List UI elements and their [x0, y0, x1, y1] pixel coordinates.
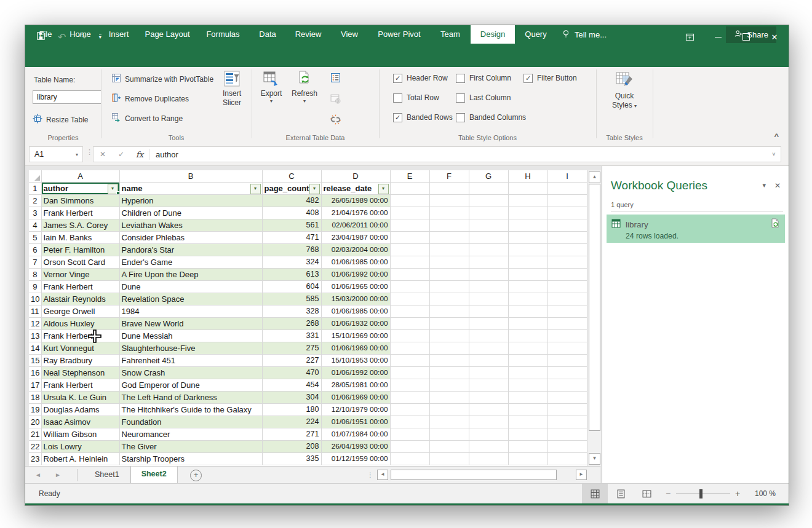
column-header-a[interactable]: A	[41, 170, 119, 183]
cell[interactable]: 471	[262, 232, 321, 244]
column-header-f[interactable]: F	[429, 170, 469, 183]
empty-cell[interactable]	[429, 244, 469, 256]
empty-cell[interactable]	[469, 195, 508, 207]
cell[interactable]: 768	[262, 244, 321, 256]
cell[interactable]: Isaac Asimov	[41, 416, 119, 428]
cell[interactable]: 331	[262, 330, 321, 342]
cell[interactable]: 561	[262, 219, 321, 232]
empty-cell[interactable]	[429, 392, 469, 404]
empty-cell[interactable]	[508, 195, 547, 207]
empty-cell[interactable]	[508, 428, 547, 441]
empty-cell[interactable]	[508, 183, 547, 195]
empty-cell[interactable]	[390, 428, 429, 441]
empty-cell[interactable]	[429, 355, 469, 367]
name-box[interactable]: A1 ▾	[29, 146, 83, 162]
filter-button-page_count[interactable]: ▾	[309, 184, 320, 194]
cell[interactable]: Pandora's Star	[119, 244, 262, 256]
empty-cell[interactable]	[547, 379, 587, 392]
empty-cell[interactable]	[429, 195, 469, 207]
empty-cell[interactable]	[547, 305, 587, 318]
first-column-checkbox[interactable]	[456, 74, 465, 83]
checkbox-banded-columns[interactable]: Banded Columns	[456, 111, 526, 124]
empty-cell[interactable]	[508, 207, 547, 219]
scroll-right-arrow[interactable]: ►	[576, 470, 587, 480]
empty-cell[interactable]	[429, 416, 469, 428]
cell[interactable]: 01/06/1992 00:00	[321, 269, 390, 281]
cell[interactable]: Children of Dune	[119, 207, 262, 219]
empty-cell[interactable]	[508, 256, 547, 269]
cell[interactable]: Foundation	[119, 416, 262, 428]
cell[interactable]: Frank Herbert	[41, 281, 119, 293]
cell[interactable]: 01/06/1985 00:00	[321, 305, 390, 318]
empty-cell[interactable]	[429, 293, 469, 305]
close-button[interactable]: ✕	[760, 25, 789, 49]
cell[interactable]: 12/10/1979 00:00	[321, 404, 390, 416]
vertical-scrollbar[interactable]: ▲ ▼	[587, 170, 601, 466]
empty-cell[interactable]	[429, 219, 469, 232]
cell[interactable]: Alastair Reynolds	[41, 293, 119, 305]
cell[interactable]: Orson Scott Card	[41, 256, 119, 269]
empty-cell[interactable]	[429, 269, 469, 281]
cell[interactable]: A Fire Upon the Deep	[119, 269, 262, 281]
banded-rows-checkbox[interactable]: ✓	[393, 113, 402, 122]
empty-cell[interactable]	[508, 293, 547, 305]
empty-cell[interactable]	[508, 219, 547, 232]
cell[interactable]: Consider Phlebas	[119, 232, 262, 244]
row-header-8[interactable]: 8	[29, 269, 41, 281]
banded-columns-checkbox[interactable]	[456, 113, 465, 122]
cell[interactable]: Aldous Huxley	[41, 318, 119, 330]
cell[interactable]: 482	[262, 195, 321, 207]
empty-cell[interactable]	[469, 441, 508, 453]
empty-cell[interactable]	[429, 441, 469, 453]
empty-cell[interactable]	[429, 207, 469, 219]
expand-formula-bar-icon[interactable]: ˅	[767, 151, 781, 157]
tab-team[interactable]: Team	[430, 25, 471, 44]
empty-cell[interactable]	[390, 404, 429, 416]
empty-cell[interactable]	[429, 367, 469, 379]
cell[interactable]: 15/10/1969 00:00	[321, 330, 390, 342]
cell[interactable]: 02/06/2011 00:00	[321, 219, 390, 232]
tab-data[interactable]: Data	[249, 25, 286, 44]
cell[interactable]: 180	[262, 404, 321, 416]
ribbon-display-options-button[interactable]	[675, 25, 704, 49]
query-list-item[interactable]: library 24 rows loaded.	[607, 215, 785, 243]
cell[interactable]: Ender's Game	[119, 256, 262, 269]
row-header-1[interactable]: 1	[29, 183, 41, 195]
total-row-checkbox[interactable]	[393, 93, 402, 103]
row-header-10[interactable]: 10	[29, 293, 41, 305]
empty-cell[interactable]	[508, 232, 547, 244]
row-header-18[interactable]: 18	[29, 392, 41, 404]
empty-cell[interactable]	[390, 342, 429, 355]
tab-file[interactable]: File	[30, 25, 61, 44]
cell[interactable]: 01/06/1932 00:00	[321, 318, 390, 330]
cell[interactable]: 227	[262, 355, 321, 367]
cell[interactable]: Dune	[119, 281, 262, 293]
empty-cell[interactable]	[469, 305, 508, 318]
horizontal-scrollbar-thumb[interactable]	[391, 470, 557, 480]
cell[interactable]: Peter F. Hamilton	[41, 244, 119, 256]
empty-cell[interactable]	[469, 367, 508, 379]
empty-cell[interactable]	[469, 281, 508, 293]
empty-cell[interactable]	[429, 342, 469, 355]
cell[interactable]: Slaughterhouse-Five	[119, 342, 262, 355]
resize-table-button[interactable]: Resize Table	[30, 112, 90, 127]
empty-cell[interactable]	[508, 342, 547, 355]
empty-cell[interactable]	[390, 183, 429, 195]
empty-cell[interactable]	[469, 293, 508, 305]
empty-cell[interactable]	[508, 416, 547, 428]
empty-cell[interactable]	[429, 256, 469, 269]
row-header-19[interactable]: 19	[29, 404, 41, 416]
enter-icon[interactable]: ✓	[112, 150, 130, 159]
cell[interactable]: 408	[262, 207, 321, 219]
tab-insert[interactable]: Insert	[100, 25, 138, 44]
row-header-15[interactable]: 15	[29, 355, 41, 367]
panel-close-icon[interactable]: ✕	[774, 181, 781, 190]
empty-cell[interactable]	[469, 453, 508, 465]
zoom-level[interactable]: 100 %	[755, 484, 776, 504]
tab-design[interactable]: Design	[471, 25, 515, 44]
cell[interactable]: 01/06/1965 00:00	[321, 281, 390, 293]
empty-cell[interactable]	[469, 404, 508, 416]
empty-cell[interactable]	[547, 293, 587, 305]
empty-cell[interactable]	[547, 183, 587, 195]
filter-button-release_date[interactable]: ▾	[378, 184, 389, 194]
